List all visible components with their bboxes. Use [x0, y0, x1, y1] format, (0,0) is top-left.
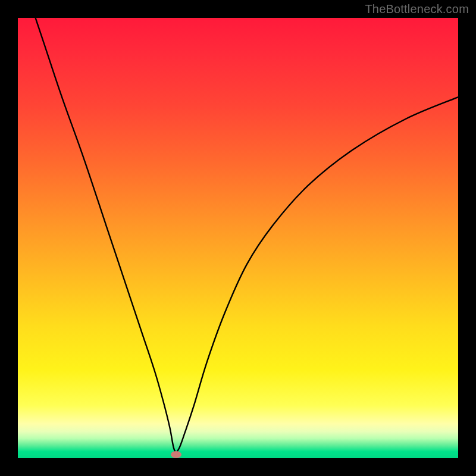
plot-area [18, 18, 458, 458]
optimal-point-marker [171, 451, 181, 458]
watermark-text: TheBottleneck.com [365, 2, 469, 16]
bottleneck-curve [36, 18, 458, 452]
curve-svg [18, 18, 458, 458]
